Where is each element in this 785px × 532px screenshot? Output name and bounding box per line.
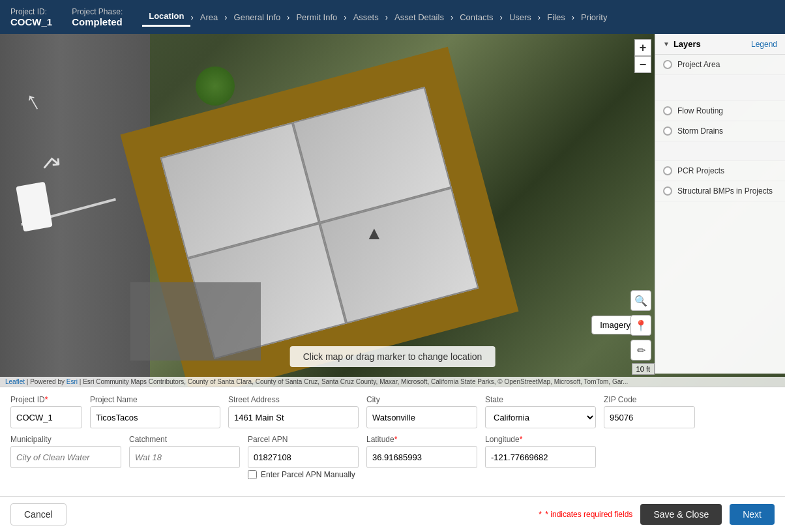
project-phase-section: Project Phase: Completed: [72, 7, 123, 27]
layer-item-structural-bmps[interactable]: Structural BMPs in Projects: [655, 181, 785, 201]
layer-radio-storm-drains[interactable]: [663, 126, 672, 136]
next-button[interactable]: Next: [730, 504, 775, 525]
map-tools: 🔍 📍 ✏: [630, 290, 651, 361]
triangle-icon: ▼: [663, 40, 670, 48]
layer-radio-pcr-projects[interactable]: [663, 166, 672, 175]
tab-location[interactable]: Location: [142, 7, 190, 27]
layer-label-project-area: Project Area: [677, 60, 720, 69]
tree-canopy: [196, 66, 235, 106]
parcel-input[interactable]: [248, 446, 359, 468]
footer-right: * * indicates required fields Save & Clo…: [539, 504, 775, 525]
zoom-controls: + −: [634, 39, 651, 73]
state-field: State California Oregon Washington: [485, 395, 596, 428]
project-id-field: Project ID*: [10, 395, 82, 428]
parcel-apn-field: Parcel APN Enter Parcel APN Manually: [248, 435, 359, 482]
legend-link[interactable]: Legend: [751, 40, 777, 49]
zoom-out-button[interactable]: −: [634, 56, 651, 73]
parcel-manual-checkbox[interactable]: [248, 470, 257, 479]
project-name-label: Project Name: [90, 395, 220, 404]
required-star-note: *: [539, 510, 542, 519]
layers-header: ▼ Layers Legend: [655, 34, 785, 55]
municipality-input[interactable]: [10, 446, 121, 468]
layer-preview-flow: [655, 141, 785, 161]
tab-contacts[interactable]: Contacts: [453, 8, 499, 26]
lon-label: Longitude*: [485, 435, 596, 444]
map-container[interactable]: ↑ ↱ ▲ Click map or drag marker to cha: [0, 34, 785, 387]
layer-label-pcr-projects: PCR Projects: [677, 166, 724, 175]
tab-files[interactable]: Files: [541, 8, 571, 26]
street-input[interactable]: [228, 406, 359, 428]
street-address-field: Street Address: [228, 395, 359, 428]
map-instruction: Click map or drag marker to change locat…: [290, 346, 496, 367]
map-marker: ▲: [365, 223, 383, 244]
zoom-in-button[interactable]: +: [634, 39, 651, 56]
form-row-2: Municipality Catchment Parcel APN Enter …: [10, 435, 775, 482]
lat-required-star: *: [394, 435, 398, 444]
phase-label: Project Phase:: [72, 7, 123, 16]
required-star: *: [45, 395, 48, 404]
city-field: City: [366, 395, 477, 428]
form-row-1: Project ID* Project Name Street Address …: [10, 395, 775, 428]
project-id-input[interactable]: [10, 406, 82, 428]
zip-label: ZIP Code: [604, 395, 695, 404]
parcel-checkbox-row: Enter Parcel APN Manually: [248, 470, 359, 479]
cancel-button[interactable]: Cancel: [10, 503, 67, 525]
zip-input[interactable]: [604, 406, 695, 428]
road-left: ↑ ↱: [0, 34, 150, 387]
header: Project ID: COCW_1 Project Phase: Comple…: [0, 0, 785, 34]
attribution-text: | Powered by Esri | Esri Community Maps …: [27, 378, 629, 385]
project-id-field-label: Project ID*: [10, 395, 82, 404]
project-id-section: Project ID: COCW_1: [10, 7, 52, 27]
map-attribution: Leaflet | Powered by Esri | Esri Communi…: [0, 377, 785, 387]
layer-label-structural-bmps: Structural BMPs in Projects: [677, 186, 773, 196]
tab-users[interactable]: Users: [503, 8, 538, 26]
layer-radio-project-area[interactable]: [663, 60, 672, 69]
tab-permit-info[interactable]: Permit Info: [289, 8, 344, 26]
lon-required-star: *: [520, 435, 523, 444]
road-arrow-up: ↑: [20, 85, 46, 117]
municipality-label: Municipality: [10, 435, 121, 444]
street-label: Street Address: [228, 395, 359, 404]
state-select[interactable]: California Oregon Washington: [485, 406, 596, 428]
city-input[interactable]: [366, 406, 477, 428]
esri-link[interactable]: Esri: [67, 378, 78, 385]
phase-value: Completed: [72, 16, 123, 27]
project-name-input[interactable]: [90, 406, 220, 428]
project-info: Project ID: COCW_1 Project Phase: Comple…: [10, 7, 123, 27]
catchment-input[interactable]: [129, 446, 240, 468]
layer-radio-structural-bmps[interactable]: [663, 186, 672, 196]
tab-general-info[interactable]: General Info: [228, 8, 288, 26]
layer-item-pcr-projects[interactable]: PCR Projects: [655, 161, 785, 181]
road-arrow-turn: ↱: [37, 148, 68, 180]
search-map-button[interactable]: 🔍: [630, 290, 651, 311]
imagery-label: Imagery: [600, 320, 630, 330]
catchment-field: Catchment: [129, 435, 240, 482]
city-label: City: [366, 395, 477, 404]
layer-label-storm-drains: Storm Drains: [677, 126, 723, 136]
tab-priority[interactable]: Priority: [574, 8, 614, 26]
layer-item-storm-drains[interactable]: Storm Drains: [655, 121, 785, 141]
form-section: Project ID* Project Name Street Address …: [0, 387, 785, 496]
location-button[interactable]: 📍: [630, 315, 651, 336]
municipality-field: Municipality: [10, 435, 121, 482]
lat-input[interactable]: [366, 446, 477, 468]
tab-asset-details[interactable]: Asset Details: [388, 8, 451, 26]
layer-item-flow-routing[interactable]: Flow Routing: [655, 101, 785, 121]
catchment-label: Catchment: [129, 435, 240, 444]
save-close-button[interactable]: Save & Close: [640, 504, 722, 525]
layers-panel: ▼ Layers Legend Project Area Flow Routin…: [655, 34, 785, 374]
lon-input[interactable]: [485, 446, 596, 468]
tab-assets[interactable]: Assets: [347, 8, 385, 26]
layers-label: Layers: [674, 39, 701, 49]
parcel-label: Parcel APN: [248, 435, 359, 444]
tab-area[interactable]: Area: [194, 8, 224, 26]
draw-button[interactable]: ✏: [630, 340, 651, 361]
longitude-field: Longitude*: [485, 435, 596, 482]
state-label: State: [485, 395, 596, 404]
zip-field: ZIP Code: [604, 395, 695, 428]
layer-item-project-area[interactable]: Project Area: [655, 55, 785, 75]
leaflet-link[interactable]: Leaflet: [5, 378, 25, 385]
layer-radio-flow-routing[interactable]: [663, 106, 672, 115]
map-scale: 10 ft: [632, 363, 655, 375]
project-id-value: COCW_1: [10, 16, 52, 27]
